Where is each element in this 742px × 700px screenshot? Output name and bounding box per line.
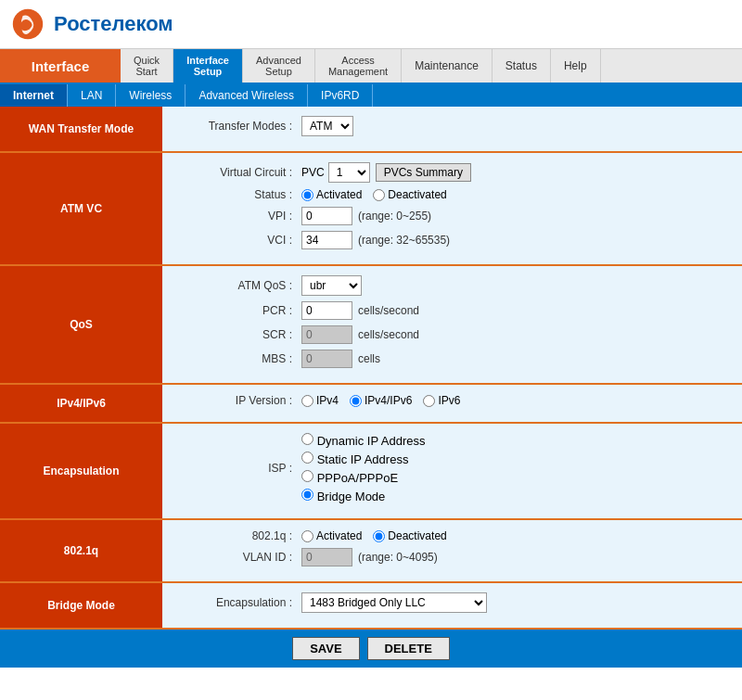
status-activated-option[interactable]: Activated: [301, 188, 362, 201]
dot1q-activated-option[interactable]: Activated: [301, 529, 362, 542]
ipv4-option[interactable]: IPv4: [301, 394, 339, 407]
isp-static-option[interactable]: Static IP Address: [301, 452, 425, 466]
dot1q-deactivated-text: Deactivated: [388, 529, 446, 542]
atm-qos-label: ATM QoS :: [181, 279, 292, 292]
status-activated-text: Activated: [316, 188, 362, 201]
vci-label: VCI :: [181, 234, 292, 247]
dot1q-activated-text: Activated: [316, 529, 362, 542]
mbs-row: MBS : cells: [181, 350, 723, 368]
dot1q-row: 802.1q : Activated Deactivated: [181, 529, 723, 542]
pcr-input[interactable]: [301, 301, 352, 320]
isp-label: ISP :: [181, 462, 292, 475]
save-button[interactable]: SAVE: [292, 637, 359, 660]
transfer-modes-select[interactable]: ATM PTM: [301, 116, 353, 136]
atm-vc-label: ATM VC: [0, 153, 162, 264]
vpi-label: VPI :: [181, 210, 292, 223]
status-deactivated-option[interactable]: Deactivated: [373, 188, 446, 201]
ipv4-radio[interactable]: [301, 395, 313, 407]
bridge-mode-label: Bridge Mode: [0, 583, 162, 628]
isp-bridge-option[interactable]: Bridge Mode: [301, 489, 425, 503]
scr-unit: cells/second: [358, 328, 419, 341]
ip-version-row: IP Version : IPv4 IPv4/IPv6 IPv6: [181, 394, 723, 407]
ipv6-radio[interactable]: [423, 395, 435, 407]
encapsulation-content: ISP : Dynamic IP Address Static IP Addre…: [162, 424, 742, 518]
isp-radio-group: Dynamic IP Address Static IP Address PPP…: [301, 433, 425, 503]
wan-transfer-mode-content: Transfer Modes : ATM PTM: [162, 107, 742, 151]
pvc-text: PVC: [301, 166, 325, 179]
top-nav: Interface Quick Start Interface Setup Ad…: [0, 49, 742, 84]
dot1q-section: 802.1q 802.1q : Activated Deactivated VL…: [0, 520, 742, 583]
bridge-encapsulation-select[interactable]: 1483 Bridged Only LLC 1483 Bridged Only …: [301, 592, 487, 613]
bridge-encapsulation-label: Encapsulation :: [181, 596, 292, 609]
logo-text: Ростелеком: [54, 12, 173, 36]
delete-button[interactable]: DELETE: [367, 637, 450, 660]
mbs-label: MBS :: [181, 352, 292, 365]
scr-input[interactable]: [301, 325, 352, 344]
ipv4ipv6-option[interactable]: IPv4/IPv6: [350, 394, 412, 407]
virtual-circuit-label: Virtual Circuit :: [181, 166, 292, 179]
isp-pppoa-option[interactable]: PPPoA/PPPoE: [301, 470, 425, 485]
ip-version-radio-group: IPv4 IPv4/IPv6 IPv6: [301, 394, 460, 407]
ipv4ipv6-text: IPv4/IPv6: [365, 394, 412, 407]
nav-maintenance[interactable]: Maintenance: [402, 49, 493, 83]
transfer-modes-label: Transfer Modes :: [181, 120, 292, 133]
isp-dynamic-option[interactable]: Dynamic IP Address: [301, 433, 425, 448]
qos-section: QoS ATM QoS : ubrcbrvbr-nrtvbr-rt PCR : …: [0, 266, 742, 385]
vpi-input[interactable]: [301, 207, 352, 225]
sub-nav: Internet LAN Wireless Advanced Wireless …: [0, 84, 742, 107]
mbs-input[interactable]: [301, 350, 352, 368]
status-deactivated-text: Deactivated: [388, 188, 446, 201]
dot1q-activated-radio[interactable]: [301, 530, 313, 542]
sub-internet[interactable]: Internet: [0, 84, 68, 107]
atm-qos-row: ATM QoS : ubrcbrvbr-nrtvbr-rt: [181, 275, 723, 296]
status-deactivated-radio[interactable]: [373, 189, 385, 201]
dot1q-label: 802.1q: [0, 520, 162, 581]
status-activated-radio[interactable]: [301, 189, 313, 201]
isp-dynamic-text: Dynamic IP Address: [317, 434, 426, 448]
bridge-mode-section: Bridge Mode Encapsulation : 1483 Bridged…: [0, 583, 742, 630]
ipv4ipv6-label: IPv4/IPv6: [0, 385, 162, 422]
ip-version-label: IP Version :: [181, 394, 292, 407]
sub-wireless[interactable]: Wireless: [116, 84, 186, 107]
vpi-row: VPI : (range: 0~255): [181, 207, 723, 225]
pvcs-summary-button[interactable]: PVCs Summary: [376, 163, 471, 182]
isp-row: ISP : Dynamic IP Address Static IP Addre…: [181, 433, 723, 503]
vlan-id-input[interactable]: [301, 548, 352, 566]
virtual-circuit-select[interactable]: 1234 5678: [328, 162, 370, 183]
isp-bridge-radio[interactable]: [301, 489, 313, 501]
dot1q-deactivated-radio[interactable]: [373, 530, 385, 542]
wan-transfer-mode-label: WAN Transfer Mode: [0, 107, 162, 151]
header: Ростелеком: [0, 0, 742, 49]
vci-input[interactable]: [301, 231, 352, 249]
bridge-mode-content: Encapsulation : 1483 Bridged Only LLC 14…: [162, 583, 742, 628]
atm-qos-select[interactable]: ubrcbrvbr-nrtvbr-rt: [301, 275, 362, 296]
ipv4ipv6-radio[interactable]: [350, 395, 362, 407]
ipv6-option[interactable]: IPv6: [423, 394, 460, 407]
isp-pppoa-radio[interactable]: [301, 470, 313, 482]
nav-status[interactable]: Status: [493, 49, 551, 83]
sub-advanced-wireless[interactable]: Advanced Wireless: [186, 84, 308, 107]
isp-dynamic-radio[interactable]: [301, 433, 313, 445]
nav-quick-start[interactable]: Quick Start: [121, 49, 173, 83]
nav-access-management[interactable]: Access Management: [315, 49, 402, 83]
status-row: Status : Activated Deactivated: [181, 188, 723, 201]
qos-label: QoS: [0, 266, 162, 383]
footer-bar: SAVE DELETE: [0, 630, 742, 668]
dot1q-content: 802.1q : Activated Deactivated VLAN ID :…: [162, 520, 742, 581]
sub-ipv6rd[interactable]: IPv6RD: [308, 84, 373, 107]
ipv6-text: IPv6: [438, 394, 460, 407]
nav-interface-setup[interactable]: Interface Setup: [173, 49, 243, 83]
dot1q-deactivated-option[interactable]: Deactivated: [373, 529, 446, 542]
nav-help[interactable]: Help: [551, 49, 601, 83]
vlan-id-row: VLAN ID : (range: 0~4095): [181, 548, 723, 566]
encapsulation-label: Encapsulation: [0, 424, 162, 518]
pcr-unit: cells/second: [358, 304, 419, 317]
vlan-id-label: VLAN ID :: [181, 551, 292, 564]
scr-row: SCR : cells/second: [181, 325, 723, 344]
vpi-range: (range: 0~255): [358, 210, 431, 223]
pcr-row: PCR : cells/second: [181, 301, 723, 320]
isp-static-radio[interactable]: [301, 452, 313, 464]
nav-advanced-setup[interactable]: Advanced Setup: [243, 49, 315, 83]
content: WAN Transfer Mode Transfer Modes : ATM P…: [0, 107, 742, 630]
sub-lan[interactable]: LAN: [68, 84, 116, 107]
